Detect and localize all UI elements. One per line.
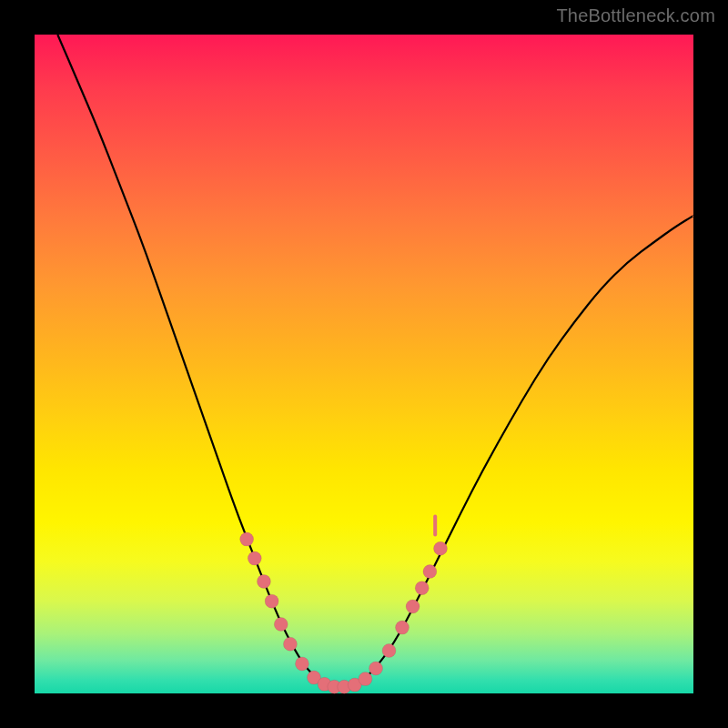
marker-dot [248,551,261,565]
watermark-text: TheBottleneck.com [556,5,715,26]
marker-dot [359,672,372,686]
marker-dot [369,662,383,675]
data-markers [240,516,448,693]
marker-dot [406,600,420,613]
marker-dot [257,574,270,588]
chart-overlay [35,35,693,693]
marker-dot [395,621,409,634]
marker-dot [415,581,429,595]
marker-dot [423,565,437,579]
marker-dot [265,594,278,608]
marker-dot [295,657,308,671]
marker-dot [283,637,297,651]
marker-dot [382,643,396,657]
bottleneck-curve [57,35,693,687]
marker-dot [240,532,254,546]
marker-dot [433,541,447,555]
marker-dot [274,617,288,631]
chart-frame: TheBottleneck.com [0,0,728,728]
